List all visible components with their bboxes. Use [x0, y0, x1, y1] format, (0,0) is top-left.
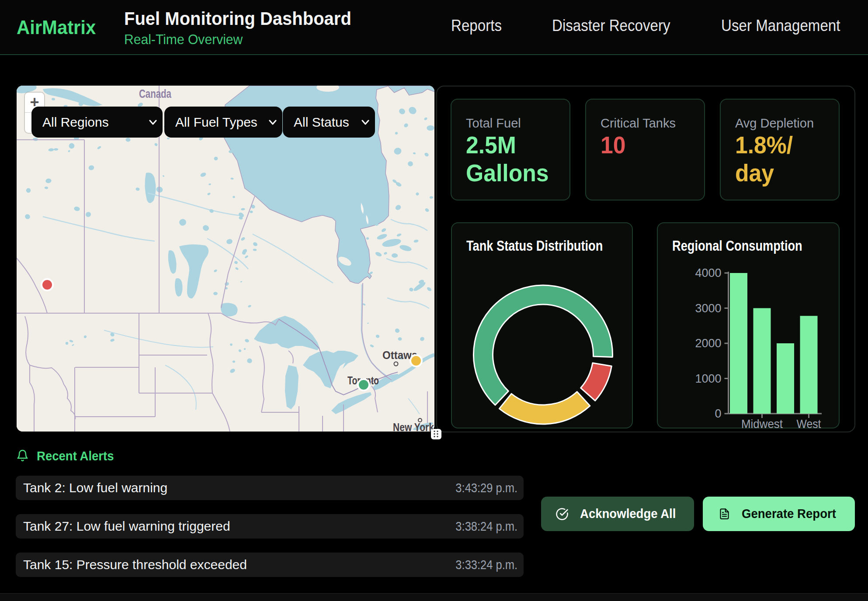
- svg-text:3000: 3000: [695, 302, 721, 315]
- svg-text:Midwest: Midwest: [741, 417, 783, 429]
- svg-text:2000: 2000: [695, 337, 721, 350]
- svg-text:West: West: [797, 417, 821, 429]
- svg-text:Canada: Canada: [139, 87, 172, 100]
- svg-text:New York: New York: [393, 421, 434, 432]
- svg-text:1000: 1000: [695, 372, 721, 385]
- svg-text:0: 0: [715, 407, 721, 420]
- svg-text:4000: 4000: [695, 266, 721, 280]
